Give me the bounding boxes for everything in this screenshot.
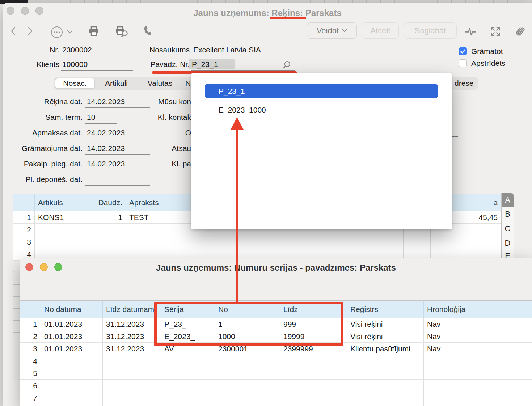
table-cell[interactable]: Nav [424,318,532,330]
nosaukums-field[interactable]: Excellent Latvia SIA [193,45,261,55]
flip-tab-b[interactable]: B [502,207,514,221]
tab-adrese-fragment[interactable]: drese [455,78,480,89]
dropdown-item-selected[interactable]: P_23_1 [205,84,438,98]
table-cell[interactable]: 2 [20,330,41,342]
print-preview-icon[interactable] [114,25,130,38]
forward-icon[interactable] [25,25,35,38]
table-cell[interactable] [215,380,280,392]
flip-tab-c[interactable]: C [502,221,514,236]
table-cell[interactable]: 01.01.2023 [41,330,103,342]
paste-special-magnifier-icon[interactable] [282,60,292,71]
table-cell[interactable]: 4 [20,355,41,367]
table-cell[interactable] [161,355,215,367]
table-cell[interactable] [161,380,215,392]
pakalp-pieg-dat-field[interactable]: 14.02.2023 [87,159,125,169]
operations-menu-icon[interactable] [50,25,64,39]
table-cell[interactable]: 01.01.2023 [41,318,103,330]
table-cell[interactable]: 6 [20,380,41,392]
table-cell[interactable] [424,367,532,379]
tab-artikuli[interactable]: Artikuli [95,78,138,89]
table-cell[interactable] [103,392,161,404]
create-button[interactable]: Veidot [307,22,357,39]
table-cell[interactable] [280,355,347,367]
table-row[interactable] [20,404,532,406]
flip-tab-a[interactable]: A [502,193,514,207]
rekina-dat-field[interactable]: 14.02.2023 [87,97,125,107]
table-cell[interactable] [327,236,404,248]
table-cell[interactable] [215,392,280,404]
table-cell[interactable]: 1 [20,318,41,330]
table-cell[interactable] [103,404,161,406]
table-cell[interactable] [347,404,424,406]
table-cell[interactable]: 1 [86,211,126,223]
tab-valutas[interactable]: Valūtas [138,78,182,89]
table-cell[interactable]: Visi rēķini [347,318,424,330]
table-cell[interactable]: 3 [20,343,41,355]
table-cell[interactable]: 1 [13,211,35,223]
pavadz-nr-field[interactable]: P_23_1 [192,59,218,69]
table-cell[interactable] [103,380,161,392]
tab-nosac[interactable]: Nosac. [55,78,95,89]
klients-field[interactable]: 100000 [62,59,88,69]
table-cell[interactable] [41,367,103,379]
table-cell[interactable] [215,404,280,406]
nr-field[interactable]: 2300002 [62,45,92,55]
table-cell[interactable] [424,392,532,404]
table-cell[interactable] [347,392,424,404]
table-cell[interactable] [347,355,424,367]
table-cell[interactable]: 7 [20,392,41,404]
table-cell[interactable] [280,404,347,406]
sam-term-field[interactable]: 10 [87,112,95,122]
back-icon[interactable] [9,25,18,38]
table-row[interactable]: 4 [20,355,532,367]
table-cell[interactable] [404,236,431,248]
apmaksas-dat-field[interactable]: 24.02.2023 [87,128,125,138]
table-cell[interactable] [103,367,161,379]
table-cell[interactable] [215,367,280,379]
table-cell[interactable] [424,355,532,367]
table-cell[interactable] [347,380,424,392]
gramatot-checkbox[interactable] [459,47,467,55]
table-cell[interactable] [431,236,501,248]
table-cell[interactable]: KONS1 [35,211,86,223]
gramatojuma-dat-field[interactable]: 14.02.2023 [87,143,125,153]
table-cell[interactable]: 31.12.2023 [103,318,161,330]
print-icon[interactable] [87,25,101,38]
table-cell[interactable] [424,404,532,406]
table-cell[interactable]: 31.12.2023 [103,330,161,342]
table-cell[interactable] [161,404,215,406]
table-row[interactable]: 7 [20,392,532,404]
table-row[interactable]: 6 [20,380,532,392]
table-cell[interactable] [41,380,103,392]
table-cell[interactable] [41,392,103,404]
expand-icon[interactable] [489,25,502,38]
table-cell[interactable]: 01.01.2023 [41,343,103,355]
table-cell[interactable]: Nav [424,330,532,342]
table-cell[interactable] [86,224,126,236]
table-cell[interactable] [280,392,347,404]
flip-tab-d[interactable]: D [502,236,514,250]
table-cell[interactable] [280,367,347,379]
table-cell[interactable] [41,404,103,406]
table-cell[interactable] [86,236,126,248]
table-cell[interactable]: 31.12.2023 [103,343,161,355]
phone-icon[interactable] [142,25,154,38]
table-cell[interactable] [35,224,86,236]
table-cell[interactable] [424,380,532,392]
table-cell[interactable] [20,404,41,406]
activity-pulse-icon[interactable] [464,25,477,38]
table-cell[interactable] [280,380,347,392]
table-cell[interactable]: Nav [424,343,532,355]
table-cell[interactable]: 3 [13,236,35,248]
table-cell[interactable]: 2 [13,224,35,236]
table-cell[interactable]: Visi rēķini [347,330,424,342]
table-row[interactable]: 5 [20,367,532,380]
table-cell[interactable] [161,392,215,404]
dropdown-item[interactable]: E_2023_1000 [219,104,266,116]
table-cell[interactable]: 5 [20,367,41,379]
table-row[interactable]: 3 [13,236,501,248]
table-cell[interactable] [103,355,161,367]
table-cell[interactable] [126,236,327,248]
table-cell[interactable] [215,355,280,367]
table-cell[interactable] [347,367,424,379]
